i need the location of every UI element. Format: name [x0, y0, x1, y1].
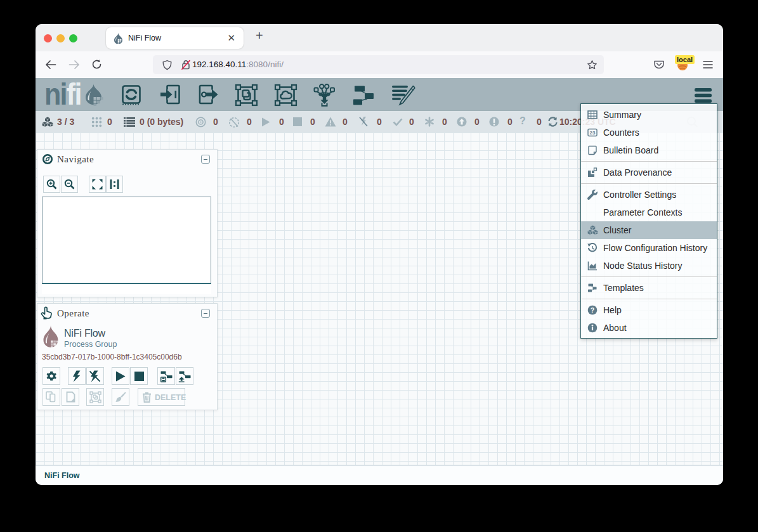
- svg-text:23: 23: [590, 130, 596, 136]
- svg-text:?: ?: [591, 306, 594, 314]
